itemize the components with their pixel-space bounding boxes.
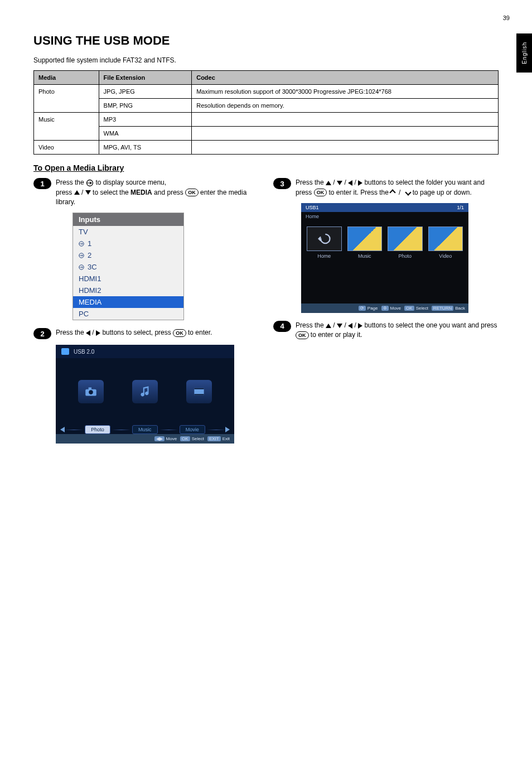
usb-device-label: USB 2.0	[74, 349, 94, 355]
cell-media: Video	[34, 141, 99, 155]
svg-rect-9	[195, 394, 204, 396]
legend-move: ✢Move	[381, 306, 402, 311]
film-reel-icon	[192, 384, 206, 399]
music-note-icon	[138, 384, 152, 399]
inputs-menu: Inputs TV 1 2 3C HDMI1 HDMI2 MEDIA PC	[72, 213, 184, 320]
arrow-left-icon	[348, 323, 352, 329]
cell-codec	[192, 113, 499, 127]
input-src-icon	[79, 241, 84, 247]
page-indicator: 1/1	[457, 205, 464, 210]
cell-ext: BMP, PNG	[99, 99, 192, 113]
legend-select: OKSelect	[404, 306, 428, 311]
arrow-down-icon	[337, 181, 342, 185]
cell-media: Music	[34, 113, 99, 141]
legend-back: RETURNBack	[432, 306, 465, 311]
chevron-down-icon	[405, 190, 412, 196]
cell-codec: Resolution depends on memory.	[192, 99, 499, 113]
th-media: Media	[34, 71, 99, 85]
inputs-menu-item[interactable]: 3C	[73, 261, 183, 273]
nav-right-icon[interactable]	[225, 427, 230, 432]
legend-page: ⟳Page	[359, 306, 378, 311]
media-tab[interactable]: Photo	[85, 425, 110, 434]
svg-point-5	[89, 391, 93, 395]
step-badge: 4	[273, 321, 291, 332]
step-1: 1 Press the to display source menu, pres…	[33, 178, 259, 207]
arrow-right-icon	[358, 180, 362, 186]
inputs-menu-item[interactable]: HDMI1	[73, 273, 183, 285]
step-4: 4 Press the / / / buttons to select the …	[273, 321, 499, 340]
cell-media: Photo	[34, 85, 99, 113]
step-badge: 3	[273, 178, 291, 189]
media-tab[interactable]: Movie	[180, 425, 205, 434]
page-title: USING THE USB MODE	[33, 33, 499, 48]
page-number: 39	[503, 15, 510, 21]
media-category-photo[interactable]	[78, 380, 104, 403]
usb-drive-icon	[61, 348, 69, 355]
inputs-menu-title: Inputs	[73, 213, 183, 226]
intro-text: Supported file system include FAT32 and …	[33, 56, 499, 65]
svg-rect-8	[195, 388, 204, 389]
chevron-up-icon	[390, 190, 396, 196]
breadcrumb: Home	[301, 212, 468, 221]
step-text: Press the / / / buttons to select the fo…	[296, 178, 499, 197]
section-subhead: To Open a Media Library	[33, 163, 499, 172]
arrow-up-icon	[326, 324, 331, 328]
inputs-menu-item[interactable]: 1	[73, 238, 183, 249]
th-ext: File Extension	[99, 71, 192, 85]
ok-button-icon: OK	[173, 329, 186, 337]
supported-files-table: Media File Extension Codec Photo JPG, JP…	[33, 70, 499, 155]
ok-button-icon: OK	[185, 189, 199, 196]
media-tab[interactable]: Music	[132, 425, 158, 434]
step-text: Press the / buttons to select, press OK …	[56, 328, 259, 338]
arrow-right-icon	[358, 323, 362, 329]
input-src-icon	[79, 253, 84, 258]
ok-button-icon: OK	[314, 189, 327, 196]
cell-ext: MP3	[99, 113, 192, 127]
step-text: Press the to display source menu, press …	[56, 178, 259, 207]
inputs-menu-item-selected[interactable]: MEDIA	[73, 296, 183, 308]
inputs-menu-item[interactable]: PC	[73, 308, 183, 320]
source-icon	[86, 179, 94, 187]
arrow-up-icon	[326, 181, 331, 185]
media-folder-browser: USB1 1/1 Home Home Music Photo Video	[301, 203, 468, 313]
media-root-browser: USB 2.0 Photo	[56, 345, 234, 444]
arrow-down-icon	[337, 324, 342, 328]
camera-icon	[84, 384, 98, 399]
cell-ext: MPG, AVI, TS	[99, 141, 192, 155]
cell-ext: WMA	[99, 127, 192, 141]
cell-codec	[192, 141, 499, 155]
step-badge: 2	[33, 328, 51, 339]
step-3: 3 Press the / / / buttons to select the …	[273, 178, 499, 197]
svg-rect-6	[88, 388, 91, 390]
device-title: USB1	[306, 205, 319, 210]
arrow-down-icon	[85, 190, 91, 195]
step-2: 2 Press the / buttons to select, press O…	[33, 328, 259, 339]
language-tab: English	[516, 33, 532, 73]
arrow-right-icon	[96, 330, 100, 336]
cell-codec: Maximum resolution support of 3000*3000 …	[192, 85, 499, 99]
legend-move: ◀▶Move	[154, 436, 177, 441]
input-src-icon	[79, 264, 84, 270]
folder-tile[interactable]: Video	[428, 227, 463, 259]
arrow-left-icon	[348, 180, 352, 186]
legend-exit: EXITExit	[207, 436, 230, 441]
cell-codec	[192, 127, 499, 141]
arrow-left-icon	[86, 330, 90, 336]
step-text: Press the / / / buttons to select the on…	[296, 321, 499, 340]
step-badge: 1	[33, 178, 51, 189]
arrow-up-icon	[74, 190, 80, 195]
nav-left-icon[interactable]	[60, 427, 65, 432]
cell-ext: JPG, JPEG	[99, 85, 192, 99]
folder-tile-home[interactable]: Home	[307, 227, 342, 259]
back-arrow-icon	[316, 231, 332, 247]
media-category-music[interactable]	[132, 380, 158, 403]
inputs-menu-item[interactable]: TV	[73, 226, 183, 238]
inputs-menu-item[interactable]: 2	[73, 249, 183, 261]
folder-tile[interactable]: Photo	[388, 227, 423, 259]
inputs-menu-item[interactable]: HDMI2	[73, 285, 183, 296]
ok-button-icon: OK	[296, 331, 309, 339]
th-codec: Codec	[192, 71, 499, 85]
folder-tile[interactable]: Music	[347, 227, 383, 259]
media-category-movie[interactable]	[186, 380, 212, 403]
legend-select: OKSelect	[180, 436, 204, 441]
